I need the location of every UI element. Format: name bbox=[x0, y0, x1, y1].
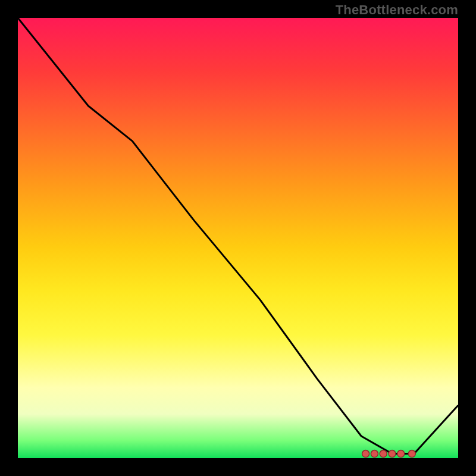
optimal-point-marker bbox=[408, 450, 415, 458]
optimal-point-marker bbox=[362, 450, 369, 458]
chart-frame: TheBottleneck.com bbox=[0, 0, 476, 476]
plot-area bbox=[18, 18, 458, 458]
optimal-point-marker bbox=[389, 450, 396, 458]
optimal-point-marker bbox=[371, 450, 378, 458]
optimal-point-marker bbox=[380, 450, 387, 458]
bottleneck-line bbox=[18, 18, 458, 454]
watermark-text: TheBottleneck.com bbox=[336, 2, 458, 18]
line-chart-svg bbox=[18, 18, 458, 458]
optimal-point-marker bbox=[397, 450, 405, 458]
